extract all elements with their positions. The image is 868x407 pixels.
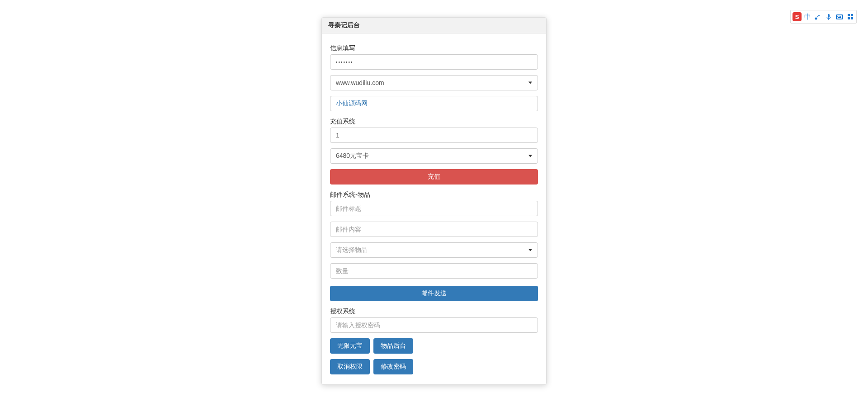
auth-button-row-1: 无限元宝 物品后台 <box>330 338 538 354</box>
mail-item-placeholder: 请选择物品 <box>336 246 368 254</box>
change-password-button[interactable]: 修改密码 <box>373 359 413 374</box>
mail-title-input[interactable] <box>330 201 538 216</box>
recharge-card-select[interactable]: 6480元宝卡 <box>330 148 538 164</box>
chevron-down-icon <box>528 249 532 251</box>
svg-rect-11 <box>851 17 853 19</box>
auth-button-row-2: 取消权限 修改密码 <box>330 359 538 374</box>
chevron-down-icon <box>528 82 532 84</box>
recharge-qty-input[interactable] <box>330 128 538 143</box>
mail-item-select[interactable]: 请选择物品 <box>330 242 538 258</box>
section-label-auth: 授权系统 <box>330 308 538 316</box>
ime-punct-icon[interactable] <box>814 13 822 21</box>
mail-send-button[interactable]: 邮件发送 <box>330 286 538 301</box>
section-label-recharge: 充值系统 <box>330 118 538 126</box>
server-select[interactable]: www.wudiliu.com <box>330 75 538 90</box>
svg-rect-9 <box>851 14 853 16</box>
site-name-input[interactable] <box>330 96 538 111</box>
section-label-mail: 邮件系统-物品 <box>330 191 538 199</box>
ime-logo-icon: S <box>793 12 802 21</box>
panel-body: 信息填写 www.wudiliu.com 充值系统 6480元宝卡 充值 邮件系… <box>322 33 546 384</box>
mail-qty-input[interactable] <box>330 263 538 279</box>
svg-rect-10 <box>848 17 850 19</box>
recharge-card-value: 6480元宝卡 <box>336 152 369 160</box>
auth-code-input[interactable] <box>330 317 538 333</box>
section-label-info: 信息填写 <box>330 44 538 52</box>
chevron-down-icon <box>528 155 532 157</box>
item-admin-button[interactable]: 物品后台 <box>373 338 413 354</box>
server-select-value: www.wudiliu.com <box>336 79 384 86</box>
svg-rect-8 <box>848 14 850 16</box>
admin-panel: 寻秦记后台 信息填写 www.wudiliu.com 充值系统 6480元宝卡 … <box>321 17 547 385</box>
recharge-button[interactable]: 充值 <box>330 169 538 185</box>
ime-mic-icon[interactable] <box>825 13 833 21</box>
svg-point-0 <box>816 18 817 19</box>
panel-title: 寻秦记后台 <box>322 18 546 33</box>
unlimited-gold-button[interactable]: 无限元宝 <box>330 338 370 354</box>
ime-lang-indicator[interactable]: 中 <box>804 13 811 21</box>
mail-content-input[interactable] <box>330 222 538 237</box>
password-input[interactable] <box>330 54 538 70</box>
ime-keyboard-icon[interactable] <box>835 13 844 21</box>
ime-grid-icon[interactable] <box>846 13 854 21</box>
revoke-auth-button[interactable]: 取消权限 <box>330 359 370 374</box>
ime-toolbar: S 中 <box>790 10 857 24</box>
svg-rect-1 <box>828 14 830 18</box>
svg-rect-3 <box>836 15 843 19</box>
